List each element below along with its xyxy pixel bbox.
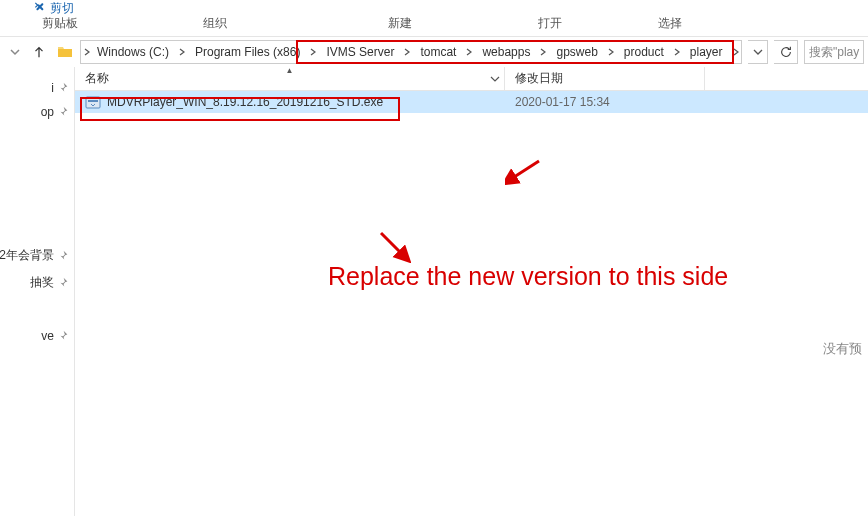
sort-indicator-icon: ▲	[286, 66, 294, 75]
file-name: MDVRPlayer_WIN_8.19.12.16_20191216_STD.e…	[107, 95, 383, 109]
search-placeholder: 搜索"play	[809, 44, 859, 61]
breadcrumb-segment: tomcat	[414, 41, 476, 63]
column-filter-dropdown[interactable]	[488, 72, 502, 86]
cut-button[interactable]: 剪切	[32, 0, 74, 15]
nav-buttons	[4, 41, 50, 63]
chevron-right-icon	[732, 48, 740, 56]
breadcrumb-item[interactable]: tomcat	[414, 41, 462, 63]
breadcrumb-item[interactable]: IVMS Server	[320, 41, 400, 63]
chevron-down-icon	[10, 47, 20, 57]
breadcrumb-root-chevron[interactable]	[83, 41, 91, 63]
breadcrumb-chevron[interactable]	[536, 41, 550, 63]
column-name-label: 名称	[85, 70, 109, 87]
breadcrumb-bar[interactable]: Windows (C:)Program Files (x86)IVMS Serv…	[80, 40, 742, 64]
chevron-right-icon	[403, 48, 411, 56]
ribbon-group-clipboard: 剪贴板	[0, 15, 120, 36]
breadcrumb-chevron[interactable]	[400, 41, 414, 63]
quick-access-label: 112年会背景	[0, 247, 54, 264]
quick-access-label: ve	[41, 329, 54, 343]
breadcrumb-chevron[interactable]	[729, 41, 742, 63]
chevron-right-icon	[465, 48, 473, 56]
pin-icon	[58, 330, 68, 342]
column-header-date[interactable]: 修改日期	[505, 67, 705, 90]
ribbon-group-select: 选择	[610, 15, 730, 36]
search-input[interactable]: 搜索"play	[804, 40, 864, 64]
breadcrumb-item[interactable]: product	[618, 41, 670, 63]
history-dropdown[interactable]	[4, 41, 26, 63]
svg-line-2	[511, 161, 539, 179]
quick-access-label: 抽奖	[30, 274, 54, 291]
chevron-right-icon	[178, 48, 186, 56]
ribbon-group-new: 新建	[310, 15, 490, 36]
chevron-right-icon	[539, 48, 547, 56]
breadcrumb-segment: player	[684, 41, 742, 63]
breadcrumb-chevron[interactable]	[306, 41, 320, 63]
breadcrumb-segment: product	[618, 41, 684, 63]
nav-up-button[interactable]	[28, 41, 50, 63]
file-name-cell: MDVRPlayer_WIN_8.19.12.16_20191216_STD.e…	[75, 94, 505, 110]
quick-access-label: i	[51, 81, 54, 95]
breadcrumb-segment: IVMS Server	[320, 41, 414, 63]
quick-access-item[interactable]: 112年会背景	[0, 243, 74, 268]
breadcrumb-chevron[interactable]	[670, 41, 684, 63]
ribbon-group-organize: 组织	[120, 15, 310, 36]
refresh-button[interactable]	[774, 40, 798, 64]
scissors-icon	[32, 0, 46, 14]
breadcrumb-item[interactable]: gpsweb	[550, 41, 603, 63]
ribbon-group-open: 打开	[490, 15, 610, 36]
folder-icon	[56, 43, 74, 61]
chevron-right-icon	[607, 48, 615, 56]
svg-line-3	[381, 233, 403, 255]
breadcrumb-chevron[interactable]	[175, 41, 189, 63]
annotation-text: Replace the new version to this side	[328, 262, 728, 291]
svg-rect-1	[88, 100, 98, 102]
breadcrumb-item[interactable]: player	[684, 41, 729, 63]
chevron-right-icon	[673, 48, 681, 56]
quick-access-item[interactable]: ve	[0, 325, 74, 347]
installer-icon	[85, 94, 101, 110]
breadcrumb-chevron[interactable]	[604, 41, 618, 63]
quick-access-label: op	[41, 105, 54, 119]
pin-icon	[58, 82, 68, 94]
pin-icon	[58, 277, 68, 289]
main-area: iop112年会背景抽奖ve 名称 ▲ 修改日期 MDVRPlayer_WIN_…	[0, 67, 868, 516]
quick-access-item[interactable]: 抽奖	[0, 270, 74, 295]
pin-icon	[58, 106, 68, 118]
breadcrumb-segment: Windows (C:)	[91, 41, 189, 63]
file-rows: MDVRPlayer_WIN_8.19.12.16_20191216_STD.e…	[75, 91, 868, 113]
refresh-icon	[779, 45, 793, 59]
column-date-label: 修改日期	[515, 70, 563, 87]
breadcrumb-dropdown[interactable]	[748, 40, 768, 64]
arrow-up-icon	[32, 45, 46, 59]
file-row[interactable]: MDVRPlayer_WIN_8.19.12.16_20191216_STD.e…	[75, 91, 868, 113]
chevron-down-icon	[753, 47, 763, 57]
breadcrumb-item[interactable]: webapps	[476, 41, 536, 63]
chevron-right-icon	[309, 48, 317, 56]
column-header-name[interactable]: 名称 ▲	[75, 67, 505, 90]
annotation-arrow-1	[505, 157, 545, 185]
quick-access-sidebar: iop112年会背景抽奖ve	[0, 67, 75, 516]
breadcrumb-item[interactable]: Program Files (x86)	[189, 41, 306, 63]
address-bar-row: Windows (C:)Program Files (x86)IVMS Serv…	[0, 37, 868, 67]
annotation-arrow-2	[375, 227, 411, 263]
pin-icon	[58, 250, 68, 262]
ribbon-group-labels: 剪贴板 组织 新建 打开 选择	[0, 15, 868, 37]
breadcrumb-item[interactable]: Windows (C:)	[91, 41, 175, 63]
quick-access-item[interactable]: op	[0, 101, 74, 123]
file-list-pane: 名称 ▲ 修改日期 MDVRPlayer_WIN_8.19.12.16_2019…	[75, 67, 868, 516]
breadcrumb-chevron[interactable]	[462, 41, 476, 63]
chevron-down-icon	[490, 74, 500, 84]
breadcrumb-segment: webapps	[476, 41, 550, 63]
no-preview-label: 没有预	[823, 340, 862, 358]
breadcrumb-segment: Program Files (x86)	[189, 41, 320, 63]
quick-access-item[interactable]: i	[0, 77, 74, 99]
ribbon-top-strip: 剪切	[0, 0, 868, 15]
column-headers: 名称 ▲ 修改日期	[75, 67, 868, 91]
breadcrumb-segment: gpsweb	[550, 41, 617, 63]
file-date-cell: 2020-01-17 15:34	[505, 95, 705, 109]
